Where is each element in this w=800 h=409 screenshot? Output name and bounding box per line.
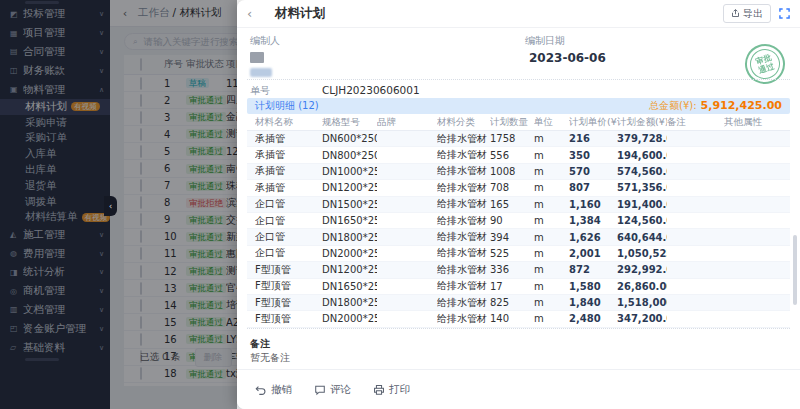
table-cell: 给排水管材 [437, 312, 490, 326]
table-col-header: 材料名称 [255, 116, 322, 129]
table-cell: 1758 [490, 133, 534, 144]
table-cell: 1,580 [569, 281, 617, 292]
table-cell: 1,840 [569, 297, 617, 308]
table-cell: DN1200*2500 [322, 264, 377, 275]
drawer-header: ‹ 材料计划 导出 [237, 0, 800, 28]
table-cell: 给排水管材 [437, 296, 490, 310]
table-cell: 给排水管材 [437, 214, 490, 228]
table-cell: 165 [490, 199, 534, 210]
table-col-header: 其他属性 [724, 116, 790, 129]
table-cell: m [534, 281, 569, 292]
table-cell: 556 [490, 150, 534, 161]
table-cell: 574,560.00 [617, 166, 667, 177]
table-cell: m [534, 232, 569, 243]
table-row[interactable]: F型顶管DN2000*2500给排水管材140m2,480347,200.00 [247, 311, 790, 327]
table-cell: 1,518,000.00 [617, 297, 667, 308]
table-cell: 336 [490, 264, 534, 275]
table-cell: 给排水管材 [437, 246, 490, 260]
drawer-back-icon[interactable]: ‹ [247, 6, 267, 21]
table-cell: 给排水管材 [437, 279, 490, 293]
export-button[interactable]: 导出 [723, 4, 771, 23]
plan-detail-title: 计划明细 (12) [255, 99, 319, 113]
table-cell: m [534, 182, 569, 193]
table-row[interactable]: 承插管DN1000*2500给排水管材1008m570574,560.00 [247, 164, 790, 180]
table-row[interactable]: F型顶管DN1650*2500给排水管材17m1,58026,860.00 [247, 279, 790, 295]
table-cell: 90 [490, 215, 534, 226]
table-cell: DN800*2500 [322, 150, 377, 161]
sidebar-collapse-handle[interactable]: ‹ [104, 196, 117, 216]
table-cell: 承插管 [255, 148, 322, 162]
comment-icon [314, 384, 326, 396]
table-cell: 379,728.00 [617, 133, 667, 144]
table-cell: m [534, 297, 569, 308]
table-row[interactable]: 承插管DN1200*2500给排水管材708m807571,356.00 [247, 180, 790, 196]
author-avatar [250, 52, 264, 63]
table-cell: DN2000*2500 [322, 248, 377, 259]
table-cell: 企口管 [255, 230, 322, 244]
table-cell: 2,480 [569, 313, 617, 324]
table-cell: F型顶管 [255, 296, 322, 310]
table-cell: DN1650*2500 [322, 215, 377, 226]
table-row[interactable]: 承插管DN800*2500给排水管材556m350194,600.00 [247, 147, 790, 163]
table-cell: 17 [490, 281, 534, 292]
author-block: 编制人 [250, 34, 280, 77]
table-cell: 企口管 [255, 214, 322, 228]
table-cell: 2,001 [569, 248, 617, 259]
table-cell: 26,860.00 [617, 281, 667, 292]
total-amount-label: 总金额(¥): [649, 99, 697, 113]
revoke-label: 撤销 [271, 383, 292, 397]
table-col-header: 计划数量 [490, 116, 534, 129]
comment-button[interactable]: 评论 [314, 383, 351, 397]
table-cell: 292,992.00 [617, 264, 667, 275]
table-cell: DN1500*2500 [322, 199, 377, 210]
table-cell: m [534, 133, 569, 144]
approval-stamp: 审批通过 [740, 39, 790, 89]
table-cell: 给排水管材 [437, 148, 490, 162]
table-cell: 企口管 [255, 197, 322, 211]
table-row[interactable]: 企口管DN1800*2500给排水管材394m1,626640,644.00 [247, 229, 790, 245]
stamp-text: 审批通过 [754, 52, 777, 75]
order-no-label: 单号 [250, 84, 270, 98]
table-row[interactable]: F型顶管DN1800*2500给排水管材825m1,8401,518,000.0… [247, 295, 790, 311]
remark-label: 备注 [250, 337, 270, 351]
table-cell: 525 [490, 248, 534, 259]
table-cell: 给排水管材 [437, 181, 490, 195]
revoke-button[interactable]: 撤销 [255, 383, 292, 397]
undo-icon [255, 384, 267, 396]
table-cell: 347,200.00 [617, 313, 667, 324]
export-label: 导出 [743, 7, 763, 21]
table-col-header: 单位 [534, 116, 569, 129]
table-cell: 825 [490, 297, 534, 308]
table-cell: DN2000*2500 [322, 313, 377, 324]
table-header: 材料名称规格型号品牌材料分类计划数量单位计划单价(¥)计划金额(¥)备注其他属性 [247, 114, 790, 131]
table-cell: m [534, 264, 569, 275]
table-row[interactable]: 企口管DN1650*2500给排水管材90m1,384124,560.00 [247, 213, 790, 229]
table-cell: 给排水管材 [437, 197, 490, 211]
table-row[interactable]: 承插管DN600*2500给排水管材1758m216379,728.00 [247, 131, 790, 147]
table-cell: 承插管 [255, 132, 322, 146]
fullscreen-icon[interactable] [779, 8, 790, 19]
export-icon [731, 9, 740, 18]
material-plan-drawer: ‹ 材料计划 导出 编制人 编制日期 2023-06-06 审批通过 单号 CL… [237, 0, 800, 409]
scrollbar-thumb[interactable] [793, 235, 797, 305]
table-row[interactable]: 企口管DN1500*2500给排水管材165m1,160191,400.00 [247, 197, 790, 213]
drawer-backdrop[interactable] [0, 0, 237, 409]
table-cell: 承插管 [255, 164, 322, 178]
plan-detail-bar: 计划明细 (12) 总金额(¥): 5,912,425.00 [247, 98, 790, 114]
table-row[interactable]: 企口管DN2000*2500给排水管材525m2,0011,050,525.00 [247, 246, 790, 262]
table-col-header: 品牌 [377, 116, 437, 129]
table-col-header: 计划单价(¥) [569, 116, 617, 129]
print-button[interactable]: 打印 [373, 383, 410, 397]
table-row[interactable]: F型顶管DN1200*2500给排水管材336m872292,992.00 [247, 262, 790, 278]
divider [247, 328, 790, 329]
table-cell: 807 [569, 182, 617, 193]
order-no-value: CLJH20230606001 [322, 84, 420, 98]
table-cell: 1,384 [569, 215, 617, 226]
date-label: 编制日期 [525, 34, 606, 48]
table-col-header: 备注 [667, 116, 724, 129]
table-cell: 给排水管材 [437, 164, 490, 178]
remark-value: 暂无备注 [250, 351, 290, 365]
print-label: 打印 [389, 383, 410, 397]
table-cell: 571,356.00 [617, 182, 667, 193]
table-cell: F型顶管 [255, 279, 322, 293]
